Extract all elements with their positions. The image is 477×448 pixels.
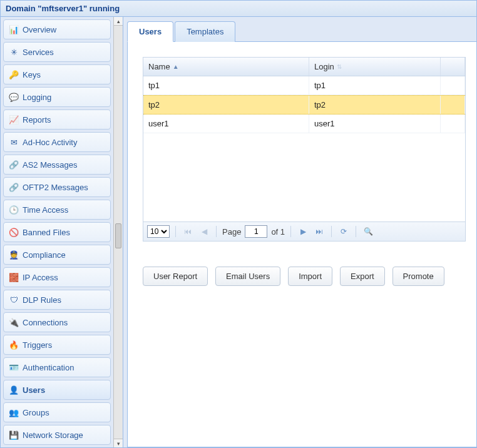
user-report-button[interactable]: User Report: [143, 267, 208, 286]
tab-templates[interactable]: Templates: [175, 21, 235, 42]
cell-name: user1: [143, 115, 309, 133]
sidebar-item-authentication-icon: 🪪: [9, 362, 19, 372]
search-icon[interactable]: 🔍: [362, 225, 374, 238]
sidebar-scrollbar[interactable]: ▴ ▾: [113, 17, 123, 447]
sidebar-item-label: IP Access: [23, 273, 58, 282]
sidebar-item-time-access[interactable]: 🕒Time Access: [3, 200, 111, 220]
sidebar-item-keys-icon: 🔑: [9, 69, 19, 79]
scroll-up-icon[interactable]: ▴: [114, 17, 123, 26]
column-header-login-label: Login: [314, 62, 334, 71]
sidebar-item-oftp2-icon: 🔗: [9, 182, 19, 192]
sidebar-item-triggers-icon: 🔥: [9, 340, 19, 350]
sidebar-item-banned-files[interactable]: 🚫Banned Files: [3, 222, 111, 242]
sidebar-item-dlp-rules[interactable]: 🛡DLP Rules: [3, 290, 111, 310]
sidebar-item-overview[interactable]: 📊Overview: [3, 19, 111, 39]
sidebar-item-label: Overview: [23, 25, 56, 34]
tab-panel-users: Name ▲ Login ⇅ tp1tp1tp2tp2user1user1 10: [127, 41, 476, 447]
sidebar-item-label: Connections: [23, 318, 68, 327]
sidebar-item-network-storage-icon: 💾: [9, 430, 19, 440]
promote-button[interactable]: Promote: [392, 267, 444, 286]
sort-asc-icon: ▲: [173, 63, 179, 70]
sidebar-item-oftp2[interactable]: 🔗OFTP2 Messages: [3, 177, 111, 197]
sidebar-item-ip-access-icon: 🧱: [9, 272, 19, 282]
grid-pager: 10 ⏮ ◀ Page of 1 ▶ ⏭ ⟳: [143, 221, 465, 241]
prev-page-icon[interactable]: ◀: [198, 225, 210, 238]
sidebar-item-connections-icon: 🔌: [9, 317, 19, 327]
table-row[interactable]: tp2tp2: [143, 95, 465, 115]
sidebar-item-compliance[interactable]: 👮Compliance: [3, 245, 111, 265]
sidebar-item-label: Time Access: [23, 205, 68, 215]
sidebar-item-dlp-rules-icon: 🛡: [9, 295, 19, 305]
cell-login: tp1: [309, 76, 441, 94]
sidebar-item-label: Authentication: [23, 363, 74, 372]
sidebar-item-label: Logging: [23, 93, 51, 102]
last-page-icon[interactable]: ⏭: [313, 225, 326, 238]
page-of-label: of 1: [271, 227, 285, 237]
table-row[interactable]: tp1tp1: [143, 76, 465, 95]
sidebar: 📊Overview✳Services🔑Keys💬Logging📈Reports✉…: [1, 17, 113, 447]
table-row[interactable]: user1user1: [143, 115, 465, 133]
scroll-thumb[interactable]: [115, 223, 121, 248]
sidebar-item-groups[interactable]: 👥Groups: [3, 402, 111, 422]
sidebar-item-label: Banned Files: [23, 228, 70, 237]
email-users-button[interactable]: Email Users: [215, 267, 280, 286]
column-header-name[interactable]: Name ▲: [143, 58, 309, 76]
sidebar-item-keys[interactable]: 🔑Keys: [3, 64, 111, 84]
window-title: Domain "mftserver1" running: [1, 1, 476, 17]
sidebar-item-label: Network Storage: [23, 430, 83, 440]
sidebar-item-groups-icon: 👥: [9, 407, 19, 417]
sidebar-item-overview-icon: 📊: [9, 24, 19, 34]
sidebar-item-label: Ad-Hoc Activity: [23, 138, 77, 147]
column-header-login[interactable]: Login ⇅: [309, 58, 441, 76]
sidebar-item-banned-files-icon: 🚫: [9, 227, 19, 237]
users-grid: Name ▲ Login ⇅ tp1tp1tp2tp2user1user1 10: [143, 57, 466, 242]
action-buttons: User ReportEmail UsersImportExportPromot…: [143, 267, 471, 286]
sidebar-item-label: Users: [23, 385, 45, 395]
sidebar-item-ip-access[interactable]: 🧱IP Access: [3, 267, 111, 287]
sidebar-item-logging-icon: 💬: [9, 92, 19, 102]
page-size-select[interactable]: 10: [147, 225, 170, 238]
sidebar-item-label: Triggers: [23, 340, 52, 350]
tabs: UsersTemplates: [127, 21, 476, 41]
sidebar-item-network-storage[interactable]: 💾Network Storage: [3, 425, 111, 445]
cell-login: tp2: [309, 96, 441, 114]
export-button[interactable]: Export: [340, 267, 385, 286]
sidebar-item-label: Groups: [23, 408, 49, 417]
sidebar-item-time-access-icon: 🕒: [9, 205, 19, 215]
cell-login: user1: [309, 115, 441, 133]
sidebar-item-services[interactable]: ✳Services: [3, 42, 111, 62]
sidebar-item-as2-icon: 🔗: [9, 160, 19, 170]
sidebar-item-compliance-icon: 👮: [9, 250, 19, 260]
sidebar-item-as2[interactable]: 🔗AS2 Messages: [3, 155, 111, 175]
sort-none-icon: ⇅: [337, 63, 342, 70]
sidebar-item-label: Keys: [23, 70, 41, 79]
refresh-icon[interactable]: ⟳: [337, 225, 350, 238]
sidebar-item-users[interactable]: 👤Users: [3, 380, 111, 400]
sidebar-item-label: Reports: [23, 115, 51, 125]
sidebar-item-users-icon: 👤: [9, 385, 19, 395]
sidebar-item-services-icon: ✳: [9, 47, 19, 57]
grid-body: tp1tp1tp2tp2user1user1: [143, 76, 465, 221]
sidebar-item-adhoc-icon: ✉: [9, 137, 19, 147]
sidebar-item-label: OFTP2 Messages: [23, 183, 88, 192]
sidebar-item-authentication[interactable]: 🪪Authentication: [3, 357, 111, 377]
tab-users[interactable]: Users: [127, 21, 173, 42]
first-page-icon[interactable]: ⏮: [182, 225, 194, 238]
sidebar-item-triggers[interactable]: 🔥Triggers: [3, 335, 111, 355]
grid-header: Name ▲ Login ⇅: [143, 58, 465, 76]
sidebar-item-reports[interactable]: 📈Reports: [3, 109, 111, 130]
sidebar-item-connections[interactable]: 🔌Connections: [3, 312, 111, 332]
next-page-icon[interactable]: ▶: [297, 225, 309, 238]
sidebar-item-adhoc[interactable]: ✉Ad-Hoc Activity: [3, 132, 111, 152]
sidebar-item-logging[interactable]: 💬Logging: [3, 87, 111, 107]
sidebar-item-label: Services: [23, 48, 54, 57]
page-label: Page: [222, 227, 241, 237]
sidebar-item-reports-icon: 📈: [9, 115, 19, 125]
column-header-spacer: [441, 58, 465, 76]
sidebar-item-label: AS2 Messages: [23, 160, 77, 170]
cell-name: tp2: [143, 96, 309, 114]
page-input[interactable]: [245, 225, 267, 238]
scroll-down-icon[interactable]: ▾: [114, 439, 123, 447]
import-button[interactable]: Import: [288, 267, 332, 286]
cell-name: tp1: [143, 76, 309, 94]
